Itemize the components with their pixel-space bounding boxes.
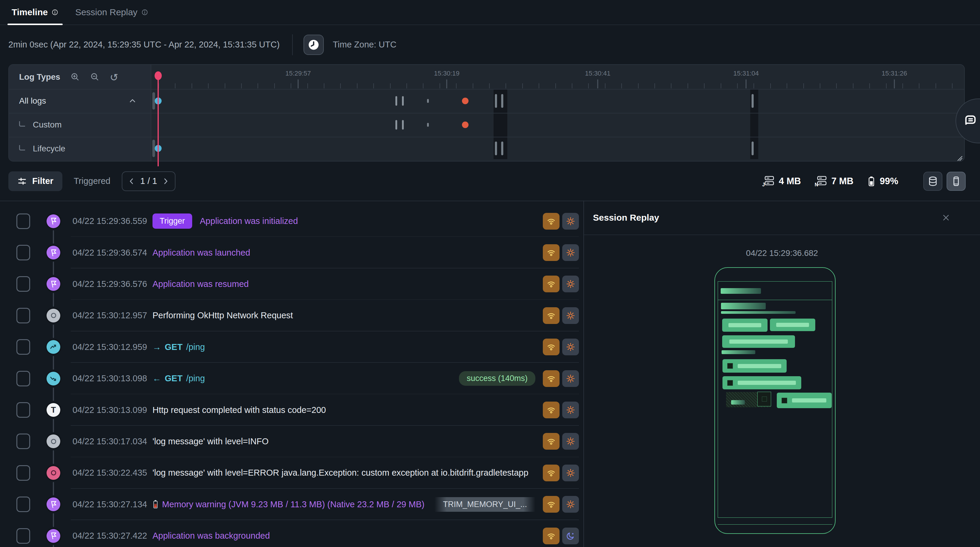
row-checkbox[interactable] [16,276,30,292]
reset-zoom-icon[interactable]: ↺ [110,72,119,82]
resize-grip[interactable] [955,154,963,161]
status-badge: TRIM_MEMORY_UI_... [434,497,535,512]
log-timestamp: 04/22 15:30:13.098 [73,373,153,383]
log-type-row-lifecycle[interactable]: Lifecycle [9,137,151,161]
close-icon[interactable] [941,213,951,222]
row-checkbox[interactable] [16,465,30,481]
log-row[interactable]: 04/22 15:30:27.422Application was backgr… [0,520,584,547]
playhead-line[interactable] [158,73,159,166]
log-row[interactable]: 04/22 15:30:17.034'log message' with lev… [0,426,584,457]
phone-icon [951,176,961,187]
log-icon-cell: T [46,403,60,417]
log-type-row-custom[interactable]: Custom [9,113,151,137]
log-row[interactable]: 04/22 15:30:12.959→GET/ping [0,332,584,363]
log-row[interactable]: 04/22 15:30:27.134Memory warning (JVM 9.… [0,489,584,520]
light-mode-button[interactable] [562,496,579,513]
wireframe-navbar [718,524,832,525]
row-checkbox[interactable] [16,308,30,323]
divider [9,113,964,113]
network-state-button[interactable] [543,528,560,544]
log-icon-cell [46,309,60,322]
log-row[interactable]: 04/22 15:29:36.574Application was launch… [0,237,584,268]
row-checkbox[interactable] [16,402,30,418]
chevron-up-icon[interactable] [128,96,137,105]
row-checkbox[interactable] [16,245,30,260]
log-icon-cell [46,372,60,386]
device-stats: J 4 MB N 7 MB 99% [762,172,966,191]
native-memory-icon: N [815,175,827,187]
prev-page-button[interactable] [127,177,136,186]
light-mode-button[interactable] [562,213,579,230]
chart-row[interactable] [151,89,964,113]
log-types-header: Log Types ↺ [9,65,151,89]
light-mode-button[interactable] [562,370,579,387]
svg-text:J: J [762,182,765,187]
timezone-button[interactable] [304,35,324,55]
next-page-button[interactable] [161,177,170,186]
network-state-button[interactable] [543,307,560,324]
net-in-icon [46,372,60,386]
network-state-button[interactable] [543,402,560,418]
log-timestamp: 04/22 15:30:12.957 [73,311,153,321]
row-checkbox[interactable] [16,434,30,449]
log-row[interactable]: 04/22 15:30:22.435'log message' with lev… [0,457,584,488]
session-replay-header: Session Replay [584,201,980,235]
row-checkbox[interactable] [16,214,30,229]
event-marker-graydash [501,142,503,155]
light-mode-button[interactable] [562,338,579,355]
network-state-button[interactable] [543,244,560,261]
session-duration: 2min 0sec (Apr 22, 2024, 15:29:35 UTC - … [8,40,280,49]
log-icon-cell [46,498,60,511]
light-mode-button[interactable] [562,402,579,418]
phone-view-toggle[interactable] [947,172,966,191]
row-checkbox[interactable] [16,496,30,512]
tab-timeline-label: Timeline [12,7,48,17]
chart-row[interactable] [151,113,964,137]
zoom-out-icon[interactable] [90,72,100,82]
network-state-button[interactable] [543,338,560,355]
network-state-button[interactable] [543,213,560,230]
network-state-button[interactable] [543,433,560,450]
row-checkbox[interactable] [16,339,30,355]
log-type-row-all-logs[interactable]: All logs [9,89,151,113]
network-state-button[interactable] [543,276,560,292]
dark-mode-button[interactable] [562,528,579,544]
row-checkbox[interactable] [16,371,30,386]
divider [9,89,964,89]
event-marker-graydash [495,94,497,108]
network-state-button[interactable] [543,496,560,513]
lifecycle-icon [46,498,60,511]
log-message: Memory warning (JVM 9.23 MB / 11.3 MB) (… [153,499,434,509]
row-checkbox[interactable] [16,528,30,544]
info-icon[interactable] [141,9,148,16]
log-row[interactable]: 04/22 15:30:13.098←GET/pingsuccess (140m… [0,363,584,394]
network-state-button[interactable] [543,465,560,481]
light-mode-button[interactable] [562,307,579,324]
log-row[interactable]: T04/22 15:30:13.099Http request complete… [0,394,584,426]
log-row[interactable]: 04/22 15:29:36.559TriggerApplication was… [0,206,584,237]
light-mode-button[interactable] [562,244,579,261]
session-info-bar: 2min 0sec (Apr 22, 2024, 15:29:35 UTC - … [0,25,980,64]
replay-screen-wireframe [718,281,832,518]
tab-timeline[interactable]: Timeline [8,0,63,24]
light-mode-button[interactable] [562,465,579,481]
log-row[interactable]: 04/22 15:29:36.576Application was resume… [0,268,584,300]
log-message: Application was resumed [153,279,540,289]
database-view-toggle[interactable] [923,172,942,191]
playhead-handle[interactable] [154,71,162,80]
event-marker-microdot [427,99,429,103]
zoom-in-icon[interactable] [70,72,80,82]
triggered-label: Triggered [74,176,110,186]
tab-session-replay[interactable]: Session Replay [71,0,152,24]
log-type-label: Custom [33,120,62,129]
axis-tick-label: 15:31:04 [733,70,759,77]
chart-row[interactable] [151,137,964,160]
log-message: →GET/ping [153,342,540,352]
light-mode-button[interactable] [562,433,579,450]
network-state-button[interactable] [543,370,560,387]
filter-button[interactable]: Filter [8,171,62,191]
log-row[interactable]: 04/22 15:30:12.957Performing OkHttp Netw… [0,300,584,331]
log-icon-cell [46,214,60,228]
info-icon[interactable] [51,9,59,16]
light-mode-button[interactable] [562,276,579,292]
